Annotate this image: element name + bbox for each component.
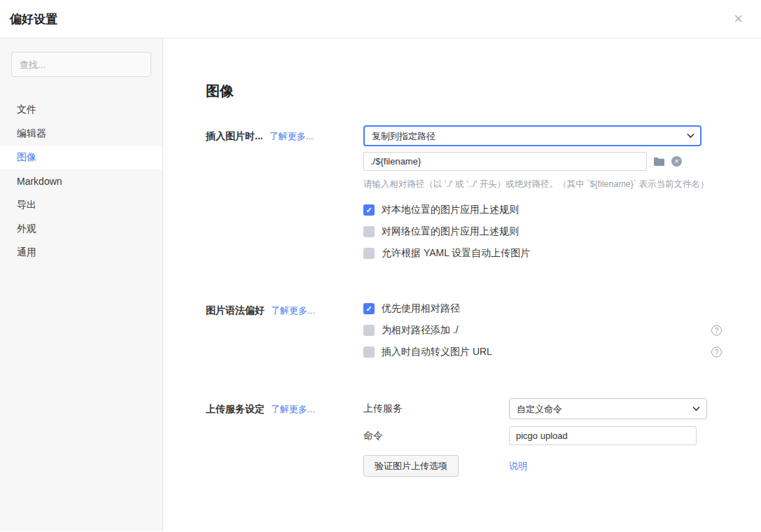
upload-service-select[interactable]: 自定义命令 — [509, 398, 707, 419]
section-label: 上传服务设定 — [206, 403, 265, 414]
checkbox[interactable]: ✓ — [363, 204, 375, 216]
path-hint: 请输入相对路径（以 './' 或 '../' 开头）或绝对路径。（其中 `${f… — [363, 178, 722, 190]
checkbox-row-escape-url[interactable]: ✓ 插入时自动转义图片 URL ? — [363, 346, 722, 358]
sidebar-item-label: Markdown — [17, 176, 62, 187]
help-icon[interactable]: ? — [711, 347, 722, 358]
section-insert-image: 插入图片时...了解更多... 复制到指定路径 — [206, 125, 761, 269]
checkbox-row-yaml-upload[interactable]: ✓ 允许根据 YAML 设置自动上传图片 — [363, 247, 722, 260]
sidebar: 文件 编辑器 图像 Markdown 导出 外观 通用 — [0, 38, 163, 531]
checkbox-label: 对本地位置的图片应用上述规则 — [382, 204, 519, 216]
sidebar-item-file[interactable]: 文件 — [0, 98, 162, 122]
checkbox-label: 插入时自动转义图片 URL — [382, 346, 492, 358]
section-image-syntax: 图片语法偏好了解更多... ✓ 优先使用相对路径 ✓ 为相对路径添加 ./ ? … — [206, 300, 761, 368]
learn-more-link[interactable]: 了解更多... — [270, 131, 314, 141]
insert-action-select[interactable]: 复制到指定路径 — [363, 125, 701, 146]
sidebar-item-label: 文件 — [17, 104, 36, 116]
section-label: 图片语法偏好 — [206, 304, 265, 316]
check-icon: ✓ — [365, 206, 372, 214]
checkbox-row-add-dot-slash[interactable]: ✓ 为相对路径添加 ./ ? — [363, 324, 722, 337]
sidebar-item-export[interactable]: 导出 — [0, 193, 162, 217]
checkbox-label: 优先使用相对路径 — [382, 302, 460, 315]
upload-help-link[interactable]: 说明 — [509, 460, 527, 472]
validate-upload-button[interactable]: 验证图片上传选项 — [363, 455, 459, 477]
checkbox-label: 允许根据 YAML 设置自动上传图片 — [382, 247, 530, 260]
clear-glyph: × — [671, 156, 682, 167]
learn-more-link[interactable]: 了解更多... — [271, 404, 315, 414]
checkbox-label: 为相对路径添加 ./ — [382, 324, 459, 337]
check-icon: ✓ — [365, 305, 372, 313]
sidebar-item-label: 外观 — [17, 223, 36, 235]
checkbox-label: 对网络位置的图片应用上述规则 — [382, 225, 519, 238]
sidebar-item-markdown[interactable]: Markdown — [0, 169, 162, 193]
page-title: 图像 — [206, 82, 761, 101]
checkbox-row-prefer-relative[interactable]: ✓ 优先使用相对路径 — [363, 302, 722, 315]
checkbox-row-local-rule[interactable]: ✓ 对本地位置的图片应用上述规则 — [363, 204, 722, 216]
checkbox[interactable]: ✓ — [363, 248, 375, 259]
command-label: 命令 — [363, 430, 509, 442]
sidebar-item-label: 编辑器 — [17, 127, 46, 140]
command-input[interactable] — [509, 426, 697, 445]
sidebar-item-editor[interactable]: 编辑器 — [0, 122, 162, 146]
checkbox[interactable]: ✓ — [363, 346, 375, 358]
clear-path-icon[interactable]: × — [671, 156, 682, 167]
window-title: 偏好设置 — [10, 11, 57, 27]
search-input[interactable] — [11, 52, 151, 77]
sidebar-item-general[interactable]: 通用 — [0, 241, 162, 265]
close-icon[interactable]: × — [734, 11, 743, 27]
target-path-input[interactable] — [363, 152, 647, 171]
settings-panel: 图像 插入图片时...了解更多... 复制到指定路径 — [163, 38, 761, 531]
section-label: 插入图片时... — [206, 130, 263, 141]
sidebar-item-image[interactable]: 图像 — [0, 146, 162, 169]
sidebar-item-label: 通用 — [17, 246, 36, 259]
checkbox-row-network-rule[interactable]: ✓ 对网络位置的图片应用上述规则 — [363, 225, 722, 238]
help-icon[interactable]: ? — [711, 326, 722, 336]
section-upload-service: 上传服务设定了解更多... 上传服务 自定义命令 命令 — [206, 398, 761, 477]
sidebar-item-appearance[interactable]: 外观 — [0, 217, 162, 241]
folder-browse-icon[interactable] — [653, 157, 665, 167]
learn-more-link[interactable]: 了解更多... — [271, 305, 315, 316]
titlebar: 偏好设置 × — [0, 0, 761, 38]
checkbox[interactable]: ✓ — [363, 325, 375, 336]
sidebar-item-label: 导出 — [17, 199, 36, 211]
sidebar-item-label: 图像 — [17, 151, 36, 164]
checkbox[interactable]: ✓ — [363, 303, 375, 314]
checkbox[interactable]: ✓ — [363, 226, 375, 237]
upload-service-label: 上传服务 — [363, 402, 509, 415]
